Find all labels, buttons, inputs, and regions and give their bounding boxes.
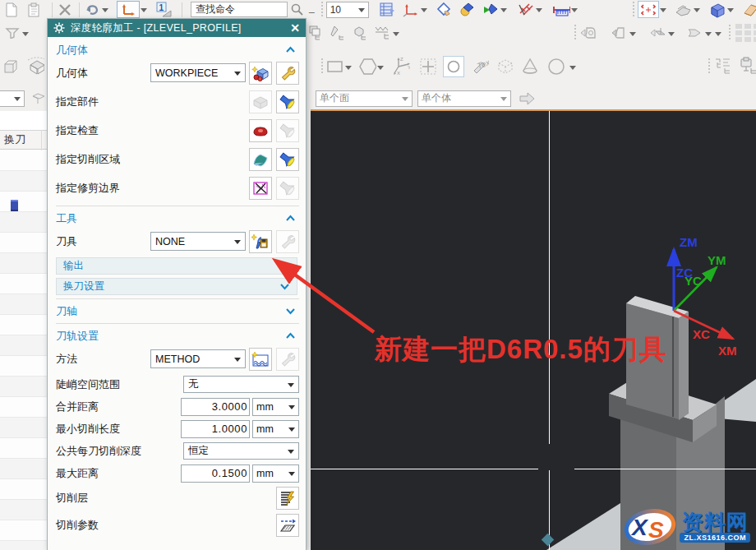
min-cut-length-field[interactable]: 1.0000 [181,420,250,438]
sheet-body-icon[interactable] [742,1,756,19]
post-dropdown[interactable] [705,32,712,39]
min-cut-length-unit-combo[interactable]: mm [252,420,299,438]
measure-body-icon[interactable] [26,58,44,76]
steep-containment-combo[interactable]: 无 [183,376,299,393]
datum-dropdown[interactable] [141,8,147,16]
tool-axis-section-header[interactable]: 刀轴 [56,303,299,320]
specify-check-button[interactable] [249,119,272,142]
output-group-bar[interactable]: 输出 [56,257,297,275]
clamp-dropdown[interactable] [694,8,700,16]
left-filter-combo[interactable] [0,90,25,107]
merge-distance-field[interactable]: 3.0000 [181,398,250,416]
measure-icon[interactable] [552,1,570,19]
specify-trim-boundary-button[interactable] [249,177,272,200]
polygon-dropdown[interactable] [377,66,384,73]
more-tools-dropdown[interactable] [569,66,576,73]
section-dropdown[interactable] [536,8,542,16]
simulate-icon[interactable] [649,24,667,42]
graphics-viewport[interactable]: ZM ZC YM YC XC XM X S 资料网 ZL.XS1616.COM [311,109,756,550]
max-distance-unit-combo[interactable]: mm [252,464,299,483]
merge-distance-unit-combo[interactable]: mm [252,398,299,416]
new-file-icon[interactable] [2,1,21,19]
cone-tool-icon[interactable] [520,58,538,76]
bounded-plane-icon[interactable] [496,58,514,76]
solid-cube-icon[interactable] [708,1,726,19]
polygon-tool-icon[interactable] [358,58,376,76]
cube-dropdown[interactable] [727,8,734,16]
list-grid-icon[interactable] [734,24,756,42]
create-tool-nav-icon[interactable] [330,24,348,42]
edit-geometry-button[interactable] [276,62,299,85]
rectangle-dropdown[interactable] [345,66,352,73]
cut-levels-button[interactable] [276,487,299,510]
display-check-button[interactable] [276,119,299,142]
create-geometry-nav-icon[interactable] [352,24,370,42]
undo-dropdown[interactable] [102,8,108,16]
fit-view-icon[interactable] [638,1,659,18]
csys-dropdown[interactable] [421,8,427,16]
delete-icon[interactable] [56,1,74,19]
specify-part-button[interactable] [249,90,272,113]
paste-icon[interactable] [25,1,44,19]
program-group-icon[interactable] [307,24,325,42]
clamp-tool-icon[interactable] [675,1,693,19]
find-command-input[interactable]: 查找命令 [191,2,288,17]
geometry-section-header[interactable]: 几何体 [56,41,299,58]
display-trim-boundary-button[interactable] [276,177,299,200]
dialog-title-bar[interactable]: 深度轮廓加工 - [ZLEVEL_PROFILE] ✕ [48,19,306,37]
playback-icon[interactable] [482,1,500,19]
spreadsheet-icon[interactable] [379,1,397,19]
display-cut-area-button[interactable] [276,148,299,171]
filter-shape-icon[interactable] [3,24,21,42]
csys-axes-icon[interactable]: ZYX [392,58,410,76]
datum-csys-icon[interactable] [117,1,140,18]
playback-dropdown[interactable] [500,8,507,16]
sphere-tool-icon[interactable] [546,58,565,76]
apply-filter-arrow-icon[interactable] [518,90,536,108]
search-icon[interactable] [288,1,306,19]
point-grid-icon[interactable] [418,58,436,76]
section-curve-icon[interactable] [517,1,535,19]
view-scale-combo[interactable]: 10 [326,2,369,18]
navigator-rows[interactable] [0,150,48,550]
verify-toolpath-icon[interactable] [611,24,629,42]
tool-change-group-bar[interactable]: 换刀设置 [56,278,297,295]
specify-cut-area-button[interactable] [249,148,272,171]
cut-params-button[interactable] [276,514,299,537]
max-distance-field[interactable]: 0.1500 [181,464,250,483]
method-combo[interactable]: METHOD [150,349,246,368]
text-tool-icon[interactable]: Text [471,58,489,76]
body-filter-combo[interactable]: 单个体 [417,90,511,107]
new-tool-button[interactable] [249,230,272,253]
undo-icon[interactable] [83,1,101,19]
snap-box-icon[interactable] [30,90,48,108]
create-nav-dropdown[interactable] [393,32,399,39]
tool-section-header[interactable]: 工具 [56,210,299,227]
box-tool-icon[interactable] [2,58,20,76]
rectangle-tool-icon[interactable] [326,58,344,76]
circle-tool-icon[interactable] [443,56,464,77]
csys-orient-icon[interactable] [402,1,420,19]
path-settings-section-header[interactable]: 刀轨设置 [56,327,299,344]
operation-navigator-icon[interactable] [713,58,731,76]
post-dropdown-2[interactable] [715,32,721,39]
minimize-search-icon[interactable]: _ [309,2,315,13]
face-filter-combo[interactable]: 单个面 [316,90,413,107]
show-element-icon[interactable] [436,1,454,19]
filter-dropdown[interactable] [22,32,29,39]
simulate-dropdown[interactable] [668,32,675,39]
edit-method-button[interactable] [276,348,299,371]
postprocess-icon[interactable] [686,24,704,42]
geometry-combo[interactable]: WORKPIECE [150,63,246,82]
adjust-element-icon[interactable] [459,1,477,19]
datum-plane-icon[interactable]: 1 [155,1,173,19]
common-depth-combo[interactable]: 恒定 [183,442,299,460]
new-method-button[interactable] [249,348,272,371]
machine-tool-nav-icon[interactable] [738,58,756,76]
measure-dropdown[interactable] [571,8,578,16]
new-geometry-button[interactable] [249,62,272,85]
display-part-button[interactable] [276,90,299,113]
edit-tool-button[interactable] [276,230,299,253]
create-method-nav-icon[interactable] [374,24,392,42]
verify-dropdown[interactable] [629,32,636,39]
